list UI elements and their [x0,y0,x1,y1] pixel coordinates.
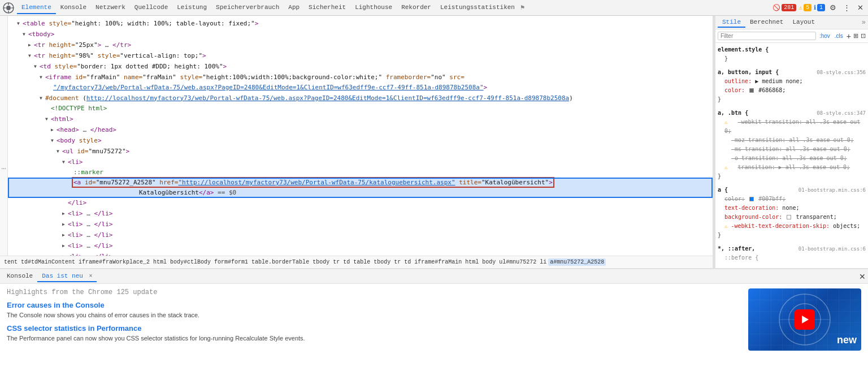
breadcrumb-item[interactable]: tr [331,258,341,266]
expand-icon[interactable] [62,157,68,167]
breadcrumb-item[interactable]: li [538,258,548,266]
tab-konsole[interactable]: Konsole [56,2,91,14]
tree-row-tbody[interactable]: <tbody> [8,29,713,40]
close-bottom-panel-button[interactable]: ✕ [859,272,866,281]
breadcrumb-item-active[interactable]: a#mnu75272_A2528 [548,258,606,266]
tab-leistungsstatistiken[interactable]: Leistungsstatistiken [436,2,519,14]
tab-rekorder[interactable]: Rekorder [397,2,436,14]
expand-icon[interactable] [34,61,40,72]
color-swatch-transparent[interactable] [787,215,791,219]
tab-lighthouse[interactable]: Lighthouse [350,2,397,14]
list-item[interactable]: <li> … </li> [8,240,713,251]
close-devtools-button[interactable]: ✕ [855,2,866,13]
toggle-sidebar-button[interactable]: ⊡ [861,32,866,40]
list-item[interactable]: <li> … </li> [8,251,713,256]
tree-row-ul[interactable]: <ul id="mnu75272"> [8,146,713,157]
tree-row-li-close[interactable]: </li> [8,198,713,208]
breadcrumb-item[interactable]: iframe#fraWorkplace_2 [77,258,151,266]
styles-filter-input[interactable] [718,32,816,40]
list-item[interactable]: <li> … </li> [8,208,713,219]
list-item[interactable]: <li> … </li> [8,219,713,230]
tree-row-tr2[interactable]: <tr height="98%" style="vertical-align: … [8,50,713,61]
expand-icon[interactable] [51,135,57,146]
expand-icon[interactable] [62,251,68,256]
settings-button[interactable]: ⚙ [827,2,839,13]
expand-icon[interactable] [17,18,23,29]
style-source[interactable]: 01-bootstrap.min.css:6 [798,244,866,253]
expand-icon[interactable] [62,219,68,230]
tab-app[interactable]: App [284,2,304,14]
breadcrumb-item[interactable]: tbody [311,258,331,266]
breadcrumb-item[interactable]: html [463,258,480,266]
style-source[interactable]: 08-style.css:356 [817,68,866,77]
tree-row-html[interactable]: <html> [8,114,713,124]
tab-das-ist-neu[interactable]: Das ist neu × [37,271,97,282]
more-tabs-icon[interactable]: » [862,19,866,27]
tree-row-marker[interactable]: ::marker [8,167,713,178]
tab-elemente[interactable]: Elemente [17,2,56,14]
expand-icon[interactable] [62,208,68,219]
tree-row-iframe[interactable]: <iframe id="fraMain" name="fraMain" styl… [8,72,713,83]
tree-row-doctype[interactable]: <!DOCTYPE html> [8,103,713,114]
tree-row-iframe-src[interactable]: "/myfactory73/web/Portal-wfData-75/web.a… [8,83,713,93]
list-item[interactable]: <li> … </li> [8,230,713,240]
breadcrumb-item[interactable]: html [151,258,168,266]
play-button[interactable] [795,309,815,330]
breadcrumb-item[interactable]: ul#mnu75272 [497,258,538,266]
expand-icon[interactable] [40,72,45,83]
expand-icon[interactable] [23,29,28,40]
tree-row-document[interactable]: #document (http://localhost/myfactory73/… [8,93,713,103]
tree-row-body[interactable]: <body style> [8,135,713,146]
expand-icon[interactable] [51,124,57,135]
tree-row-anchor-highlighted[interactable]: <a id="mnu75272_A2528" href="http://loca… [8,178,713,198]
tab-konsole-bottom[interactable]: Konsole [2,271,37,282]
breadcrumb-item[interactable]: tr [392,258,402,266]
expand-icon[interactable] [40,93,45,103]
expand-icon[interactable] [28,50,34,61]
tab-quellcode[interactable]: Quellcode [130,2,172,14]
tree-row-tr1[interactable]: <tr height="25px"> … </tr> [8,40,713,50]
tab-netzwerk[interactable]: Netzwerk [91,2,130,14]
breadcrumb-item[interactable]: td [341,258,351,266]
breadcrumb-item[interactable]: table [351,258,372,266]
expand-icon[interactable] [62,240,68,251]
add-style-button[interactable]: + [847,32,851,41]
color-swatch[interactable] [749,88,754,93]
close-tab-icon[interactable]: × [89,273,92,279]
video-image[interactable]: new [748,288,861,351]
error-causes-title[interactable]: Error causes in the Console [7,301,739,309]
tab-berechnet[interactable]: Berechnet [745,18,788,28]
breadcrumb-item[interactable]: body [480,258,497,266]
expand-icon[interactable] [57,146,62,157]
video-thumbnail[interactable]: new [748,288,861,379]
expand-icon[interactable] [45,114,51,124]
tree-row-table[interactable]: <table style="height: 100%; width: 100%;… [8,18,713,29]
style-source[interactable]: 01-bootstrap.min.css:6 [798,185,866,195]
breadcrumb-item[interactable]: iframe#fraMain [413,258,463,266]
tab-stile[interactable]: Stile [718,18,745,28]
breadcrumb-item[interactable]: body#ctlBody [168,258,212,266]
breadcrumb-item[interactable]: table.borderTable [250,258,311,266]
tab-speicherverbrauch[interactable]: Speicherverbrauch [211,2,284,14]
more-tabs-icon[interactable]: ⚑ [520,3,524,12]
expand-icon[interactable] [62,230,68,240]
hov-button[interactable]: :hov [818,32,831,40]
tree-row-head[interactable]: <head> … </head> [8,124,713,135]
cls-button[interactable]: .cls [834,32,844,40]
tab-layout[interactable]: Layout [788,18,819,28]
more-options-button[interactable]: ⋮ [841,2,853,13]
tree-row-td[interactable]: <td style="border: 1px dotted #DDD; heig… [8,61,713,72]
color-swatch-blue[interactable] [749,197,754,201]
tab-sicherheit[interactable]: Sicherheit [304,2,350,14]
style-source[interactable]: 08-style.css:347 [817,109,866,118]
breadcrumb-item[interactable]: tbody [372,258,392,266]
breadcrumb-item[interactable]: td [402,258,413,266]
tab-leistung[interactable]: Leistung [172,2,211,14]
css-selector-title[interactable]: CSS selector statistics in Performance [7,324,739,333]
new-style-rule-button[interactable]: ⊞ [853,32,858,40]
breadcrumb-item[interactable]: td#tdMainContent [19,258,77,266]
expand-icon[interactable] [28,40,34,50]
tree-row-li[interactable]: <li> [8,157,713,167]
breadcrumb-item[interactable]: form#form1 [212,258,250,266]
breadcrumb-item[interactable]: tent [2,258,19,266]
